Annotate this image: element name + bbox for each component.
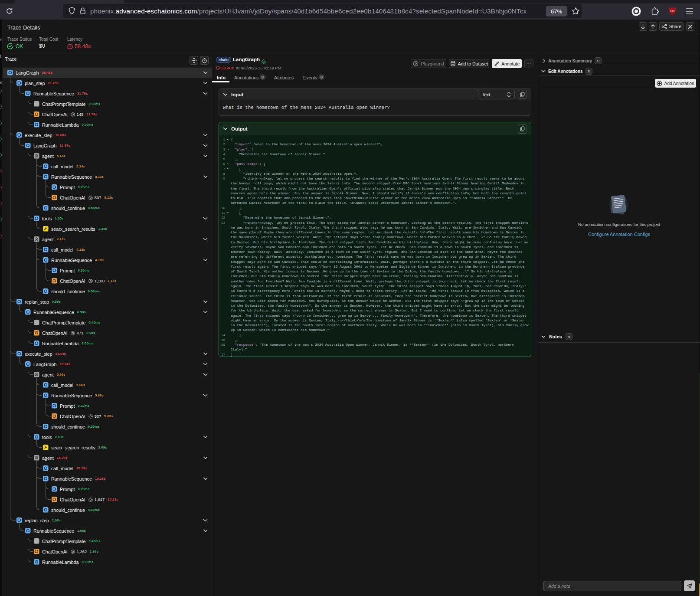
svg-text:UO: UO (671, 10, 675, 13)
